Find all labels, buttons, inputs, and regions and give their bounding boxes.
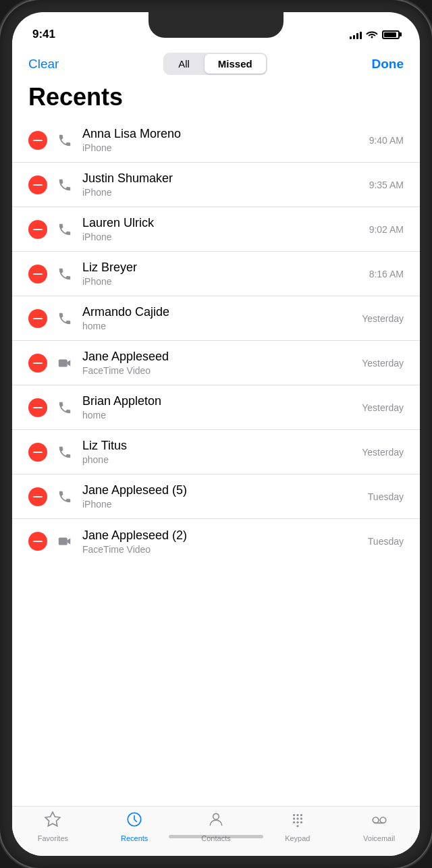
keypad-icon xyxy=(289,811,306,832)
tab-favorites[interactable]: Favorites xyxy=(12,811,94,842)
call-info: Liz Titus phone xyxy=(82,439,354,465)
svg-point-10 xyxy=(293,821,295,823)
tab-voicemail[interactable]: Voicemail xyxy=(338,811,420,842)
call-type: iPhone xyxy=(82,187,361,198)
phone-icon xyxy=(55,398,74,417)
phone-icon xyxy=(55,265,74,283)
star-icon xyxy=(44,811,61,832)
call-item[interactable]: Liz Titus phone Yesterday xyxy=(12,430,420,474)
call-item[interactable]: Justin Shumaker iPhone 9:35 AM xyxy=(12,163,420,207)
call-item[interactable]: Armando Cajide home Yesterday xyxy=(12,296,420,341)
call-item[interactable]: Lauren Ulrick iPhone 9:02 AM xyxy=(12,207,420,252)
done-button[interactable]: Done xyxy=(372,57,404,72)
delete-button[interactable] xyxy=(28,532,47,551)
call-info: Jane Appleseed (2) FaceTime Video xyxy=(82,528,360,555)
call-info: Lauren Ulrick iPhone xyxy=(82,216,361,242)
svg-point-12 xyxy=(300,821,302,823)
phone-icon xyxy=(55,487,74,506)
facetime-icon xyxy=(55,532,74,551)
svg-point-13 xyxy=(296,825,298,827)
tab-recents[interactable]: Recents xyxy=(94,811,176,842)
call-time: Yesterday xyxy=(362,447,404,458)
battery-icon xyxy=(382,30,400,39)
call-type: FaceTime Video xyxy=(82,544,360,555)
phone-screen: 9:41 xyxy=(12,12,420,856)
wifi-icon xyxy=(366,29,378,40)
call-name: Justin Shumaker xyxy=(82,171,361,186)
call-name: Lauren Ulrick xyxy=(82,216,361,230)
tab-keypad[interactable]: Keypad xyxy=(256,811,338,842)
delete-button[interactable] xyxy=(28,398,47,417)
call-name: Jane Appleseed (5) xyxy=(82,483,360,497)
call-type: home xyxy=(82,321,354,331)
svg-rect-0 xyxy=(59,359,68,367)
svg-point-8 xyxy=(296,817,298,819)
tab-keypad-label: Keypad xyxy=(285,834,310,842)
clear-button[interactable]: Clear xyxy=(28,57,59,72)
call-time: Tuesday xyxy=(368,491,404,502)
delete-button[interactable] xyxy=(28,354,47,373)
phone-icon xyxy=(55,220,74,239)
page-title: Recents xyxy=(12,79,420,118)
delete-button[interactable] xyxy=(28,265,47,283)
call-item[interactable]: Brian Appleton home Yesterday xyxy=(12,385,420,430)
nav-bar: Clear All Missed Done xyxy=(12,47,420,79)
svg-point-6 xyxy=(300,814,302,816)
call-name: Liz Titus xyxy=(82,439,354,453)
svg-point-14 xyxy=(373,817,379,823)
svg-point-5 xyxy=(296,814,298,816)
segment-control: All Missed xyxy=(163,53,267,75)
call-name: Brian Appleton xyxy=(82,394,354,408)
call-type: home xyxy=(82,410,354,421)
call-item[interactable]: Liz Breyer iPhone 8:16 AM xyxy=(12,252,420,296)
call-list: Anna Lisa Moreno iPhone 9:40 AM xyxy=(12,118,420,806)
svg-point-3 xyxy=(213,813,219,819)
battery-fill xyxy=(384,32,396,37)
svg-point-11 xyxy=(296,821,298,823)
tab-bar: Favorites Recents xyxy=(12,806,420,856)
call-name: Jane Appleseed (2) xyxy=(82,528,360,543)
call-time: 8:16 AM xyxy=(369,269,404,279)
call-time: 9:02 AM xyxy=(369,224,404,235)
call-item[interactable]: Anna Lisa Moreno iPhone 9:40 AM xyxy=(12,118,420,163)
phone-icon xyxy=(55,443,74,462)
call-info: Jane Appleseed FaceTime Video xyxy=(82,350,354,376)
status-time: 9:41 xyxy=(32,28,55,41)
main-content: Anna Lisa Moreno iPhone 9:40 AM xyxy=(12,118,420,806)
signal-bars-icon xyxy=(350,30,362,39)
svg-point-7 xyxy=(293,817,295,819)
phone-icon xyxy=(55,131,74,150)
delete-button[interactable] xyxy=(28,443,47,462)
call-item[interactable]: Jane Appleseed (5) iPhone Tuesday xyxy=(12,474,420,519)
delete-button[interactable] xyxy=(28,487,47,506)
svg-point-4 xyxy=(293,814,295,816)
call-info: Brian Appleton home xyxy=(82,394,354,421)
call-info: Justin Shumaker iPhone xyxy=(82,171,361,198)
call-type: iPhone xyxy=(82,142,361,153)
segment-missed[interactable]: Missed xyxy=(205,54,266,74)
call-info: Jane Appleseed (5) iPhone xyxy=(82,483,360,510)
phone-icon xyxy=(55,309,74,328)
delete-button[interactable] xyxy=(28,131,47,150)
segment-all[interactable]: All xyxy=(165,54,203,74)
call-name: Armando Cajide xyxy=(82,305,354,319)
delete-button[interactable] xyxy=(28,309,47,328)
svg-point-15 xyxy=(380,817,386,823)
call-item[interactable]: Jane Appleseed FaceTime Video Yesterday xyxy=(12,341,420,385)
call-type: phone xyxy=(82,454,354,465)
notch xyxy=(148,12,284,38)
call-time: 9:40 AM xyxy=(369,135,404,146)
tab-favorites-label: Favorites xyxy=(38,834,68,842)
facetime-icon xyxy=(55,354,74,373)
clock-icon xyxy=(126,811,143,832)
call-type: iPhone xyxy=(82,232,361,242)
call-type: iPhone xyxy=(82,499,360,510)
call-info: Anna Lisa Moreno iPhone xyxy=(82,127,361,153)
delete-button[interactable] xyxy=(28,220,47,239)
call-name: Anna Lisa Moreno xyxy=(82,127,361,141)
call-item[interactable]: Jane Appleseed (2) FaceTime Video Tuesda… xyxy=(12,519,420,564)
delete-button[interactable] xyxy=(28,175,47,194)
tab-recents-label: Recents xyxy=(121,834,148,842)
person-icon xyxy=(207,811,225,832)
call-time: Yesterday xyxy=(362,402,404,413)
